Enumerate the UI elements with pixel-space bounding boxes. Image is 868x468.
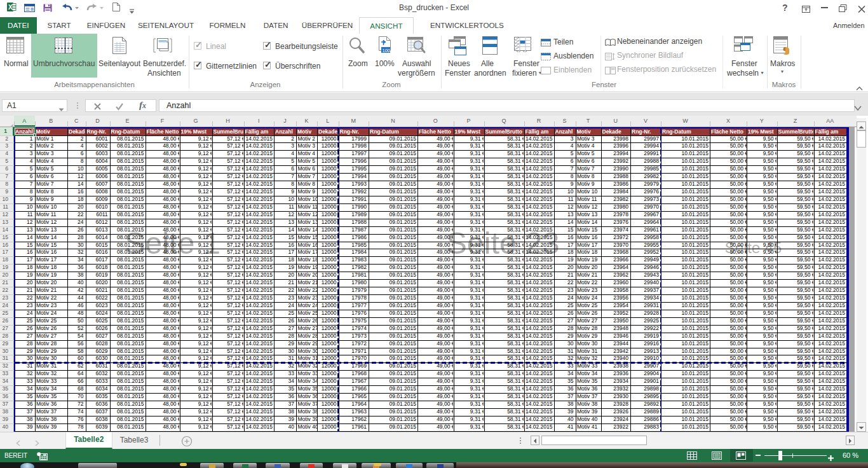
svg-text:100: 100 [383,48,391,53]
svg-text:?: ? [782,3,788,12]
